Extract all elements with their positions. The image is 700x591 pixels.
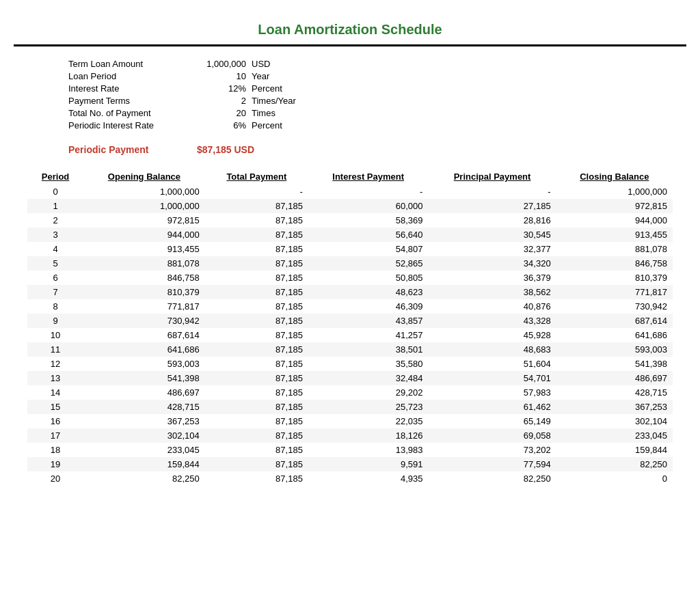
table-cell: 58,369 bbox=[308, 213, 429, 228]
info-unit: Percent bbox=[252, 120, 282, 130]
table-cell: 2 bbox=[27, 213, 83, 228]
table-cell: 6 bbox=[27, 271, 83, 285]
info-unit: Year bbox=[252, 71, 269, 81]
table-row: 10687,61487,18541,25745,928641,686 bbox=[27, 328, 673, 342]
table-row: 2082,25087,1854,93582,2500 bbox=[27, 471, 673, 486]
table-cell: 687,614 bbox=[83, 328, 205, 342]
table-cell: 51,604 bbox=[428, 357, 556, 371]
table-cell: 367,253 bbox=[556, 400, 673, 414]
table-header: Principal Payment bbox=[428, 169, 556, 184]
table-cell: 30,545 bbox=[428, 228, 556, 242]
table-cell: 771,817 bbox=[556, 285, 673, 299]
table-header: Interest Payment bbox=[308, 169, 429, 184]
table-cell: 40,876 bbox=[428, 299, 556, 314]
table-cell: 5 bbox=[27, 256, 83, 271]
table-cell: 541,398 bbox=[556, 357, 673, 371]
table-cell: 16 bbox=[27, 414, 83, 428]
periodic-payment-value: $87,185 USD bbox=[197, 144, 254, 155]
amortization-table: PeriodOpening BalanceTotal PaymentIntere… bbox=[27, 169, 673, 486]
table-cell: 87,185 bbox=[205, 299, 308, 314]
table-cell: 87,185 bbox=[205, 228, 308, 242]
table-row: 18233,04587,18513,98373,202159,844 bbox=[27, 443, 673, 457]
info-row: Loan Period 10 Year bbox=[68, 71, 686, 81]
table-cell: 20 bbox=[27, 471, 83, 486]
table-cell: 1,000,000 bbox=[83, 199, 205, 213]
table-cell: 846,758 bbox=[83, 271, 205, 285]
table-cell: 486,697 bbox=[556, 371, 673, 385]
table-cell: 593,003 bbox=[556, 342, 673, 357]
table-cell: 46,309 bbox=[308, 299, 429, 314]
table-cell: 19 bbox=[27, 457, 83, 471]
table-cell: 541,398 bbox=[83, 371, 205, 385]
table-cell: 0 bbox=[556, 471, 673, 486]
table-cell: 43,328 bbox=[428, 314, 556, 328]
table-cell: 913,455 bbox=[556, 228, 673, 242]
table-cell: 730,942 bbox=[83, 314, 205, 328]
table-cell: 87,185 bbox=[205, 471, 308, 486]
table-cell: 32,377 bbox=[428, 242, 556, 256]
table-cell: 486,697 bbox=[83, 385, 205, 400]
table-cell: 302,104 bbox=[83, 428, 205, 443]
table-cell: 18,126 bbox=[308, 428, 429, 443]
table-cell: 10 bbox=[27, 328, 83, 342]
table-cell: 28,816 bbox=[428, 213, 556, 228]
table-header: Total Payment bbox=[205, 169, 308, 184]
info-label: Total No. of Payment bbox=[68, 108, 191, 118]
table-cell: 87,185 bbox=[205, 271, 308, 285]
table-header: Closing Balance bbox=[556, 169, 673, 184]
table-cell: 65,149 bbox=[428, 414, 556, 428]
table-cell: 13 bbox=[27, 371, 83, 385]
table-cell: 159,844 bbox=[83, 457, 205, 471]
table-cell: 972,815 bbox=[83, 213, 205, 228]
table-row: 14486,69787,18529,20257,983428,715 bbox=[27, 385, 673, 400]
table-cell: 87,185 bbox=[205, 213, 308, 228]
info-label: Payment Terms bbox=[68, 96, 191, 106]
info-value: 6% bbox=[191, 120, 246, 130]
table-cell: 48,683 bbox=[428, 342, 556, 357]
table-cell: 687,614 bbox=[556, 314, 673, 328]
table-row: 16367,25387,18522,03565,149302,104 bbox=[27, 414, 673, 428]
table-cell: 730,942 bbox=[556, 299, 673, 314]
table-cell: 52,865 bbox=[308, 256, 429, 271]
table-row: 6846,75887,18550,80536,379810,379 bbox=[27, 271, 673, 285]
table-row: 01,000,000---1,000,000 bbox=[27, 184, 673, 199]
table-cell: 302,104 bbox=[556, 414, 673, 428]
info-row: Term Loan Amount 1,000,000 USD bbox=[68, 59, 686, 69]
table-cell: 57,983 bbox=[428, 385, 556, 400]
info-unit: Percent bbox=[252, 83, 282, 94]
table-cell: 87,185 bbox=[205, 285, 308, 299]
table-cell: 87,185 bbox=[205, 428, 308, 443]
table-cell: 11 bbox=[27, 342, 83, 357]
table-cell: - bbox=[205, 184, 308, 199]
table-cell: 641,686 bbox=[556, 328, 673, 342]
table-row: 3944,00087,18556,64030,545913,455 bbox=[27, 228, 673, 242]
table-row: 8771,81787,18546,30940,876730,942 bbox=[27, 299, 673, 314]
table-cell: 4,935 bbox=[308, 471, 429, 486]
info-value: 1,000,000 bbox=[191, 59, 246, 69]
table-cell: 641,686 bbox=[83, 342, 205, 357]
table-row: 19159,84487,1859,59177,59482,250 bbox=[27, 457, 673, 471]
info-row: Total No. of Payment 20 Times bbox=[68, 108, 686, 118]
table-row: 2972,81587,18558,36928,816944,000 bbox=[27, 213, 673, 228]
table-cell: 56,640 bbox=[308, 228, 429, 242]
table-cell: 0 bbox=[27, 184, 83, 199]
table-cell: 233,045 bbox=[556, 428, 673, 443]
table-cell: 82,250 bbox=[556, 457, 673, 471]
table-cell: 36,379 bbox=[428, 271, 556, 285]
table-cell: 87,185 bbox=[205, 371, 308, 385]
info-unit: Times bbox=[252, 108, 275, 118]
info-label: Loan Period bbox=[68, 71, 191, 81]
page-title: Loan Amortization Schedule bbox=[14, 14, 686, 46]
table-cell: 428,715 bbox=[556, 385, 673, 400]
table-row: 13541,39887,18532,48454,701486,697 bbox=[27, 371, 673, 385]
periodic-payment-label: Periodic Payment bbox=[68, 144, 191, 155]
table-cell: 944,000 bbox=[83, 228, 205, 242]
table-row: 11641,68687,18538,50148,683593,003 bbox=[27, 342, 673, 357]
table-row: 11,000,00087,18560,00027,185972,815 bbox=[27, 199, 673, 213]
table-cell: 87,185 bbox=[205, 457, 308, 471]
table-cell: 45,928 bbox=[428, 328, 556, 342]
table-cell: 87,185 bbox=[205, 314, 308, 328]
table-cell: 233,045 bbox=[83, 443, 205, 457]
table-row: 5881,07887,18552,86534,320846,758 bbox=[27, 256, 673, 271]
table-cell: 846,758 bbox=[556, 256, 673, 271]
